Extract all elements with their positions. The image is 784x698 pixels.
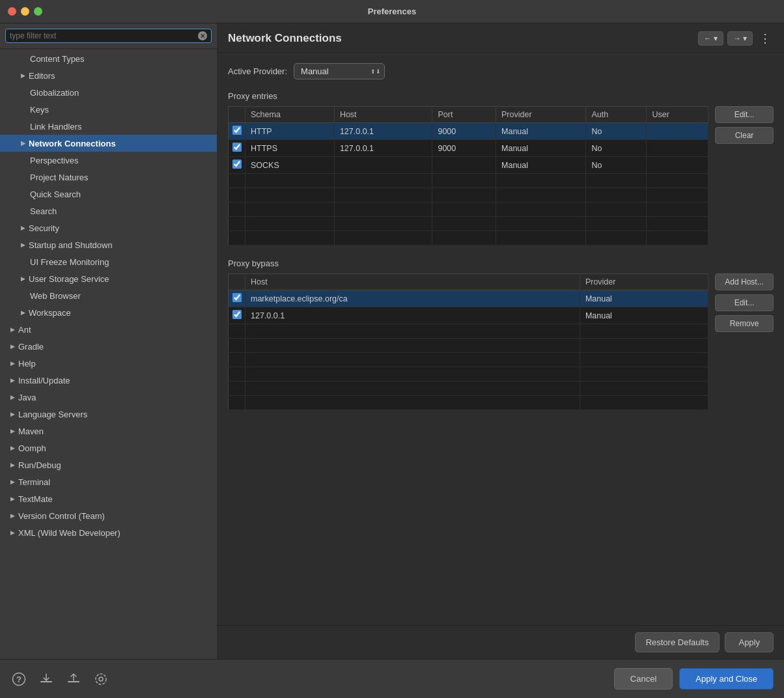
sidebar-item-java[interactable]: ▶ Java [0,389,217,406]
sidebar-item-link-handlers[interactable]: Link Handlers [0,118,217,135]
table-row-empty [229,367,708,382]
filter-input-wrap: ✕ [5,29,212,43]
proxy-entries-section: Schema Host Port Provider Auth User [228,106,774,245]
expand-icon-run: ▶ [8,460,17,469]
col-provider: Provider [580,274,708,290]
sidebar-item-perspectives[interactable]: Perspectives [0,152,217,169]
sidebar-item-install-update[interactable]: ▶ Install/Update [0,372,217,389]
sidebar-item-help[interactable]: ▶ Help [0,355,217,372]
sidebar-item-version-control[interactable]: ▶ Version Control (Team) [0,507,217,524]
maximize-button[interactable] [34,7,42,16]
table-row[interactable]: marketplace.eclipse.org/ca Manual [229,290,708,307]
proxy-clear-button[interactable]: Clear [715,127,774,144]
cancel-button[interactable]: Cancel [614,668,673,690]
sidebar-item-content-types[interactable]: Content Types [0,50,217,67]
sidebar-item-network-connections[interactable]: ▶ Network Connections [0,135,217,152]
proxy-edit-button[interactable]: Edit... [715,106,774,123]
back-dropdown-icon: ▾ [714,34,718,43]
content-panel: Network Connections ← ▾ → ▾ ⋮ Active Pro… [217,23,784,659]
cell-host: 127.0.0.1 [334,123,432,140]
svg-rect-3 [68,681,79,682]
sidebar-item-language-servers[interactable]: ▶ Language Servers [0,406,217,423]
proxy-entries-table-wrap: Schema Host Port Provider Auth User [228,106,708,245]
filter-input[interactable] [10,31,198,40]
back-button[interactable]: ← ▾ [698,31,723,46]
filter-box: ✕ [0,23,217,49]
sidebar-item-user-storage[interactable]: ▶ User Storage Service [0,270,217,287]
sidebar-item-label: Web Browser [30,291,81,301]
sidebar-item-globalization[interactable]: Globalization [0,84,217,101]
row-checkbox[interactable] [232,126,242,135]
apply-close-button[interactable]: Apply and Close [679,668,774,690]
sidebar-item-ui-freeze[interactable]: UI Freeze Monitoring [0,253,217,270]
sidebar-item-xml[interactable]: ▶ XML (Wild Web Developer) [0,524,217,541]
col-schema: Schema [245,107,335,123]
sidebar-item-label: Perspectives [30,156,78,165]
proxy-entries-table: Schema Host Port Provider Auth User [228,106,708,245]
cell-user [647,157,708,174]
sidebar: ✕ Content Types ▶ Editors Globalization … [0,23,217,659]
sidebar-item-textmate[interactable]: ▶ TextMate [0,490,217,507]
cell-host: marketplace.eclipse.org/ca [245,290,580,307]
sidebar-item-terminal[interactable]: ▶ Terminal [0,473,217,490]
forward-button[interactable]: → ▾ [727,31,753,46]
remove-button[interactable]: Remove [715,315,774,332]
filter-clear-button[interactable]: ✕ [198,31,207,40]
export-icon[interactable] [65,671,82,688]
sidebar-item-workspace[interactable]: ▶ Workspace [0,304,217,321]
table-row-empty [229,324,708,339]
add-host-button[interactable]: Add Host... [715,273,774,290]
header-actions: ← ▾ → ▾ ⋮ [698,31,774,46]
table-row[interactable]: 127.0.0.1 Manual [229,307,708,324]
help-icon[interactable]: ? [10,671,27,688]
expand-icon-install: ▶ [8,376,17,385]
table-row-empty [229,382,708,396]
restore-defaults-button[interactable]: Restore Defaults [635,632,720,652]
sidebar-item-web-browser[interactable]: Web Browser [0,287,217,304]
sidebar-item-keys[interactable]: Keys [0,101,217,118]
sidebar-item-ant[interactable]: ▶ Ant [0,321,217,338]
more-options-button[interactable]: ⋮ [757,33,774,44]
sidebar-item-startup[interactable]: ▶ Startup and Shutdown [0,236,217,253]
preferences-icon[interactable] [92,671,109,688]
cell-provider: Manual [496,123,586,140]
active-provider-select[interactable]: Direct Manual Native [294,63,385,79]
proxy-bypass-table: Host Provider marketplace.eclipse.org/ca… [228,273,708,410]
import-icon[interactable] [38,671,55,688]
table-row[interactable]: SOCKS Manual No [229,157,708,174]
row-checkbox[interactable] [232,143,242,152]
sidebar-item-editors[interactable]: ▶ Editors [0,67,217,84]
sidebar-item-gradle[interactable]: ▶ Gradle [0,338,217,355]
minimize-button[interactable] [21,7,29,16]
sidebar-item-run-debug[interactable]: ▶ Run/Debug [0,456,217,473]
apply-button[interactable]: Apply [725,632,774,652]
sidebar-item-label: Ant [18,325,31,335]
provider-row: Active Provider: Direct Manual Native [228,63,774,79]
table-row[interactable]: HTTPS 127.0.0.1 9000 Manual No [229,140,708,157]
sidebar-item-quick-search[interactable]: Quick Search [0,186,217,202]
expand-icon-ant: ▶ [8,325,17,334]
sidebar-item-label: Keys [30,105,49,115]
sidebar-item-label: TextMate [18,494,53,504]
expand-icon-editors: ▶ [18,71,27,80]
table-row[interactable]: HTTP 127.0.0.1 9000 Manual No [229,123,708,140]
row-checkbox[interactable] [232,293,242,302]
svg-point-4 [99,677,103,681]
expand-icon-gradle: ▶ [8,342,17,351]
expand-placeholder [18,105,29,114]
sidebar-item-security[interactable]: ▶ Security [0,219,217,236]
expand-icon-maven: ▶ [8,426,17,436]
sidebar-item-search[interactable]: Search [0,202,217,219]
close-button[interactable] [8,7,16,16]
col-port: Port [432,107,496,123]
row-checkbox[interactable] [232,310,242,319]
sidebar-item-oomph[interactable]: ▶ Oomph [0,440,217,456]
sidebar-item-maven[interactable]: ▶ Maven [0,423,217,440]
table-row-empty [229,188,708,202]
row-checkbox[interactable] [232,160,242,169]
sidebar-item-project-natures[interactable]: Project Natures [0,169,217,186]
content-body: Active Provider: Direct Manual Native Pr… [217,53,784,625]
sidebar-item-label: Editors [29,71,55,81]
bypass-edit-button[interactable]: Edit... [715,294,774,311]
col-auth: Auth [586,107,647,123]
